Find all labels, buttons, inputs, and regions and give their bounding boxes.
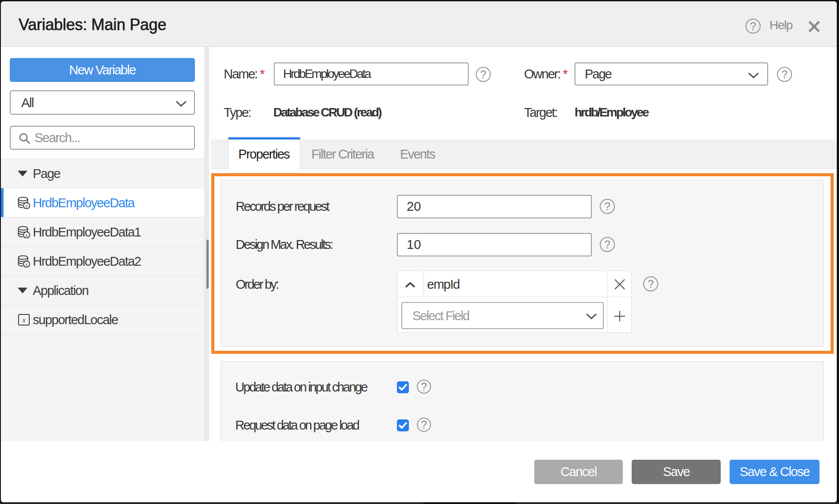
svg-text:x: x xyxy=(25,261,28,268)
svg-text:x: x xyxy=(25,232,28,238)
svg-text:x: x xyxy=(22,316,25,324)
svg-text:x: x xyxy=(25,203,28,209)
